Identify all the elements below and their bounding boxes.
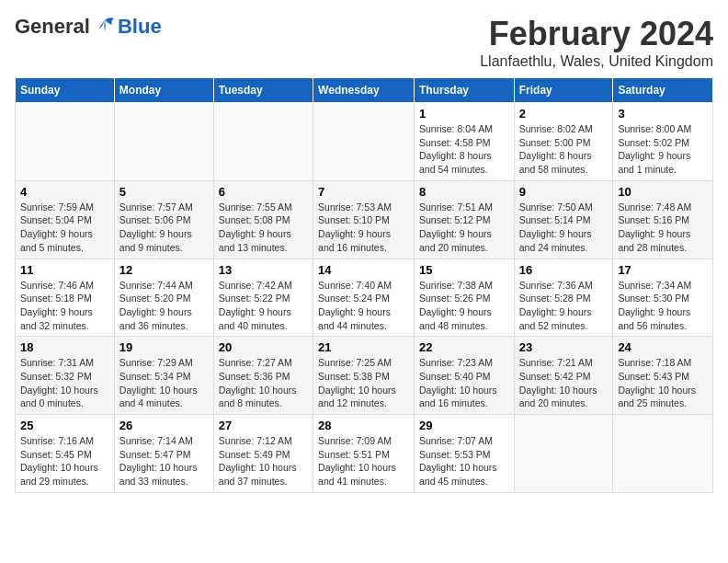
calendar-cell: 10Sunrise: 7:48 AM Sunset: 5:16 PM Dayli… [613, 180, 713, 259]
day-info: Sunrise: 7:38 AM Sunset: 5:26 PM Dayligh… [419, 279, 509, 333]
calendar-cell: 22Sunrise: 7:23 AM Sunset: 5:40 PM Dayli… [414, 337, 514, 415]
day-number: 10 [618, 185, 708, 199]
day-info: Sunrise: 7:07 AM Sunset: 5:53 PM Dayligh… [419, 434, 509, 488]
calendar-cell: 6Sunrise: 7:55 AM Sunset: 5:08 PM Daylig… [213, 180, 313, 259]
calendar-cell: 4Sunrise: 7:59 AM Sunset: 5:04 PM Daylig… [16, 180, 115, 259]
calendar-cell: 14Sunrise: 7:40 AM Sunset: 5:24 PM Dayli… [313, 259, 415, 337]
day-of-week-header: Tuesday [213, 78, 313, 103]
day-number: 8 [419, 185, 509, 199]
day-number: 4 [20, 185, 109, 199]
calendar-cell: 8Sunrise: 7:51 AM Sunset: 5:12 PM Daylig… [414, 180, 514, 259]
logo-bird-icon [92, 17, 118, 37]
day-info: Sunrise: 7:27 AM Sunset: 5:36 PM Dayligh… [219, 356, 308, 410]
day-of-week-header: Wednesday [313, 78, 415, 103]
day-of-week-header: Sunday [16, 78, 115, 103]
day-info: Sunrise: 7:57 AM Sunset: 5:06 PM Dayligh… [119, 201, 209, 255]
day-info: Sunrise: 7:09 AM Sunset: 5:51 PM Dayligh… [318, 434, 409, 488]
calendar-week-row: 11Sunrise: 7:46 AM Sunset: 5:18 PM Dayli… [16, 259, 713, 337]
calendar-cell [114, 103, 213, 181]
calendar-cell [213, 103, 313, 181]
calendar-cell: 26Sunrise: 7:14 AM Sunset: 5:47 PM Dayli… [114, 415, 213, 493]
calendar-cell: 11Sunrise: 7:46 AM Sunset: 5:18 PM Dayli… [16, 259, 115, 337]
day-info: Sunrise: 7:59 AM Sunset: 5:04 PM Dayligh… [20, 201, 109, 255]
day-of-week-header: Thursday [414, 78, 514, 103]
day-info: Sunrise: 8:04 AM Sunset: 4:58 PM Dayligh… [419, 122, 509, 177]
day-number: 19 [119, 340, 209, 354]
day-number: 25 [20, 419, 109, 432]
day-info: Sunrise: 7:40 AM Sunset: 5:24 PM Dayligh… [318, 279, 409, 333]
logo: General Blue [15, 15, 162, 39]
day-info: Sunrise: 7:51 AM Sunset: 5:12 PM Dayligh… [419, 201, 509, 255]
day-number: 7 [318, 185, 409, 199]
calendar-cell [514, 415, 613, 493]
day-info: Sunrise: 7:31 AM Sunset: 5:32 PM Dayligh… [20, 356, 109, 410]
day-number: 15 [419, 263, 509, 277]
calendar-cell: 24Sunrise: 7:18 AM Sunset: 5:43 PM Dayli… [613, 337, 713, 415]
day-of-week-header: Monday [114, 78, 213, 103]
calendar-cell: 2Sunrise: 8:02 AM Sunset: 5:00 PM Daylig… [514, 103, 613, 181]
title-block: February 2024 Llanfaethlu, Wales, United… [480, 15, 713, 70]
day-number: 24 [618, 340, 708, 354]
day-number: 1 [419, 107, 509, 121]
logo-general: General [15, 15, 90, 39]
day-of-week-header: Friday [514, 78, 613, 103]
day-number: 11 [20, 263, 109, 277]
calendar-cell: 17Sunrise: 7:34 AM Sunset: 5:30 PM Dayli… [613, 259, 713, 337]
day-info: Sunrise: 8:00 AM Sunset: 5:02 PM Dayligh… [618, 122, 708, 177]
calendar-table: SundayMondayTuesdayWednesdayThursdayFrid… [15, 77, 713, 493]
calendar-cell: 25Sunrise: 7:16 AM Sunset: 5:45 PM Dayli… [16, 415, 115, 493]
day-number: 29 [419, 419, 509, 432]
day-info: Sunrise: 7:21 AM Sunset: 5:42 PM Dayligh… [519, 356, 609, 410]
day-number: 27 [219, 419, 308, 432]
calendar-cell: 19Sunrise: 7:29 AM Sunset: 5:34 PM Dayli… [114, 337, 213, 415]
calendar-cell: 12Sunrise: 7:44 AM Sunset: 5:20 PM Dayli… [114, 259, 213, 337]
page-header: General Blue February 2024 Llanfaethlu, … [15, 15, 713, 70]
day-info: Sunrise: 7:29 AM Sunset: 5:34 PM Dayligh… [119, 356, 209, 410]
day-info: Sunrise: 7:50 AM Sunset: 5:14 PM Dayligh… [519, 201, 609, 255]
calendar-cell: 28Sunrise: 7:09 AM Sunset: 5:51 PM Dayli… [313, 415, 415, 493]
calendar-week-row: 18Sunrise: 7:31 AM Sunset: 5:32 PM Dayli… [16, 337, 713, 415]
calendar-cell [16, 103, 115, 181]
day-number: 20 [219, 340, 308, 354]
day-number: 28 [318, 419, 409, 432]
day-info: Sunrise: 7:42 AM Sunset: 5:22 PM Dayligh… [219, 279, 308, 333]
calendar-cell: 16Sunrise: 7:36 AM Sunset: 5:28 PM Dayli… [514, 259, 613, 337]
day-number: 6 [219, 185, 308, 199]
day-info: Sunrise: 7:23 AM Sunset: 5:40 PM Dayligh… [419, 356, 509, 410]
calendar-cell: 15Sunrise: 7:38 AM Sunset: 5:26 PM Dayli… [414, 259, 514, 337]
day-info: Sunrise: 7:25 AM Sunset: 5:38 PM Dayligh… [318, 356, 409, 410]
calendar-week-row: 4Sunrise: 7:59 AM Sunset: 5:04 PM Daylig… [16, 180, 713, 259]
location-subtitle: Llanfaethlu, Wales, United Kingdom [480, 53, 713, 70]
calendar-week-row: 25Sunrise: 7:16 AM Sunset: 5:45 PM Dayli… [16, 415, 713, 493]
day-number: 26 [119, 419, 209, 432]
day-info: Sunrise: 7:18 AM Sunset: 5:43 PM Dayligh… [618, 356, 708, 410]
day-number: 23 [519, 340, 609, 354]
logo-blue: Blue [118, 15, 162, 39]
calendar-cell: 7Sunrise: 7:53 AM Sunset: 5:10 PM Daylig… [313, 180, 415, 259]
day-info: Sunrise: 7:34 AM Sunset: 5:30 PM Dayligh… [618, 279, 708, 333]
calendar-cell: 27Sunrise: 7:12 AM Sunset: 5:49 PM Dayli… [213, 415, 313, 493]
calendar-cell: 3Sunrise: 8:00 AM Sunset: 5:02 PM Daylig… [613, 103, 713, 181]
day-info: Sunrise: 7:53 AM Sunset: 5:10 PM Dayligh… [318, 201, 409, 255]
day-info: Sunrise: 7:46 AM Sunset: 5:18 PM Dayligh… [20, 279, 109, 333]
day-number: 22 [419, 340, 509, 354]
calendar-cell [613, 415, 713, 493]
month-year-title: February 2024 [480, 15, 713, 53]
day-number: 16 [519, 263, 609, 277]
calendar-cell: 5Sunrise: 7:57 AM Sunset: 5:06 PM Daylig… [114, 180, 213, 259]
calendar-cell: 23Sunrise: 7:21 AM Sunset: 5:42 PM Dayli… [514, 337, 613, 415]
day-number: 2 [519, 107, 609, 121]
day-number: 3 [618, 107, 708, 121]
day-of-week-header: Saturday [613, 78, 713, 103]
calendar-week-row: 1Sunrise: 8:04 AM Sunset: 4:58 PM Daylig… [16, 103, 713, 181]
day-info: Sunrise: 7:55 AM Sunset: 5:08 PM Dayligh… [219, 201, 308, 255]
day-number: 5 [119, 185, 209, 199]
calendar-header-row: SundayMondayTuesdayWednesdayThursdayFrid… [16, 78, 713, 103]
day-info: Sunrise: 7:44 AM Sunset: 5:20 PM Dayligh… [119, 279, 209, 333]
calendar-cell: 13Sunrise: 7:42 AM Sunset: 5:22 PM Dayli… [213, 259, 313, 337]
calendar-cell: 29Sunrise: 7:07 AM Sunset: 5:53 PM Dayli… [414, 415, 514, 493]
day-number: 9 [519, 185, 609, 199]
day-number: 13 [219, 263, 308, 277]
day-number: 21 [318, 340, 409, 354]
calendar-cell: 20Sunrise: 7:27 AM Sunset: 5:36 PM Dayli… [213, 337, 313, 415]
